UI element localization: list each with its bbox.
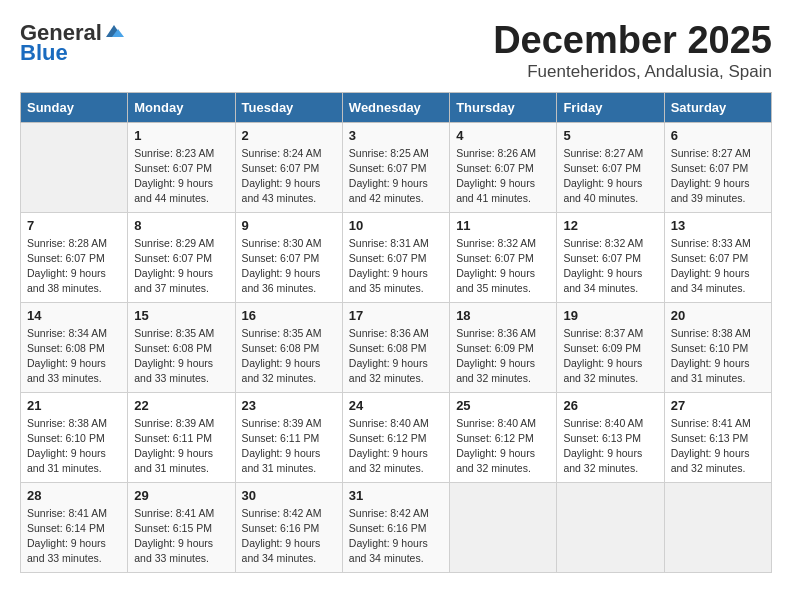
calendar-cell xyxy=(664,482,771,572)
day-sun-info: Sunrise: 8:34 AMSunset: 6:08 PMDaylight:… xyxy=(27,326,121,387)
calendar-week-row: 14Sunrise: 8:34 AMSunset: 6:08 PMDayligh… xyxy=(21,302,772,392)
day-sun-info: Sunrise: 8:30 AMSunset: 6:07 PMDaylight:… xyxy=(242,236,336,297)
day-sun-info: Sunrise: 8:25 AMSunset: 6:07 PMDaylight:… xyxy=(349,146,443,207)
day-sun-info: Sunrise: 8:42 AMSunset: 6:16 PMDaylight:… xyxy=(349,506,443,567)
calendar-cell xyxy=(557,482,664,572)
day-sun-info: Sunrise: 8:36 AMSunset: 6:09 PMDaylight:… xyxy=(456,326,550,387)
day-of-week-header: Saturday xyxy=(664,92,771,122)
calendar-cell: 20Sunrise: 8:38 AMSunset: 6:10 PMDayligh… xyxy=(664,302,771,392)
calendar-cell: 21Sunrise: 8:38 AMSunset: 6:10 PMDayligh… xyxy=(21,392,128,482)
day-sun-info: Sunrise: 8:29 AMSunset: 6:07 PMDaylight:… xyxy=(134,236,228,297)
header: General Blue December 2025 Fuenteheridos… xyxy=(20,20,772,82)
calendar-header-row: SundayMondayTuesdayWednesdayThursdayFrid… xyxy=(21,92,772,122)
day-number: 19 xyxy=(563,308,657,323)
title-area: December 2025 Fuenteheridos, Andalusia, … xyxy=(493,20,772,82)
day-of-week-header: Monday xyxy=(128,92,235,122)
calendar-cell: 12Sunrise: 8:32 AMSunset: 6:07 PMDayligh… xyxy=(557,212,664,302)
day-sun-info: Sunrise: 8:35 AMSunset: 6:08 PMDaylight:… xyxy=(134,326,228,387)
calendar-cell: 28Sunrise: 8:41 AMSunset: 6:14 PMDayligh… xyxy=(21,482,128,572)
calendar-cell xyxy=(21,122,128,212)
day-number: 27 xyxy=(671,398,765,413)
day-sun-info: Sunrise: 8:40 AMSunset: 6:12 PMDaylight:… xyxy=(456,416,550,477)
day-number: 11 xyxy=(456,218,550,233)
calendar-cell: 26Sunrise: 8:40 AMSunset: 6:13 PMDayligh… xyxy=(557,392,664,482)
calendar-cell: 13Sunrise: 8:33 AMSunset: 6:07 PMDayligh… xyxy=(664,212,771,302)
day-sun-info: Sunrise: 8:37 AMSunset: 6:09 PMDaylight:… xyxy=(563,326,657,387)
day-number: 6 xyxy=(671,128,765,143)
calendar-cell: 24Sunrise: 8:40 AMSunset: 6:12 PMDayligh… xyxy=(342,392,449,482)
day-number: 2 xyxy=(242,128,336,143)
day-sun-info: Sunrise: 8:38 AMSunset: 6:10 PMDaylight:… xyxy=(671,326,765,387)
day-of-week-header: Thursday xyxy=(450,92,557,122)
day-sun-info: Sunrise: 8:39 AMSunset: 6:11 PMDaylight:… xyxy=(134,416,228,477)
day-sun-info: Sunrise: 8:31 AMSunset: 6:07 PMDaylight:… xyxy=(349,236,443,297)
calendar-cell: 8Sunrise: 8:29 AMSunset: 6:07 PMDaylight… xyxy=(128,212,235,302)
calendar-cell: 9Sunrise: 8:30 AMSunset: 6:07 PMDaylight… xyxy=(235,212,342,302)
day-number: 1 xyxy=(134,128,228,143)
day-sun-info: Sunrise: 8:26 AMSunset: 6:07 PMDaylight:… xyxy=(456,146,550,207)
day-number: 17 xyxy=(349,308,443,323)
calendar-cell: 1Sunrise: 8:23 AMSunset: 6:07 PMDaylight… xyxy=(128,122,235,212)
day-of-week-header: Tuesday xyxy=(235,92,342,122)
day-sun-info: Sunrise: 8:41 AMSunset: 6:13 PMDaylight:… xyxy=(671,416,765,477)
day-number: 13 xyxy=(671,218,765,233)
day-number: 14 xyxy=(27,308,121,323)
day-sun-info: Sunrise: 8:32 AMSunset: 6:07 PMDaylight:… xyxy=(563,236,657,297)
calendar-cell: 11Sunrise: 8:32 AMSunset: 6:07 PMDayligh… xyxy=(450,212,557,302)
day-sun-info: Sunrise: 8:32 AMSunset: 6:07 PMDaylight:… xyxy=(456,236,550,297)
day-sun-info: Sunrise: 8:23 AMSunset: 6:07 PMDaylight:… xyxy=(134,146,228,207)
logo: General Blue xyxy=(20,20,124,66)
day-number: 18 xyxy=(456,308,550,323)
day-number: 5 xyxy=(563,128,657,143)
day-sun-info: Sunrise: 8:24 AMSunset: 6:07 PMDaylight:… xyxy=(242,146,336,207)
day-number: 4 xyxy=(456,128,550,143)
day-sun-info: Sunrise: 8:41 AMSunset: 6:15 PMDaylight:… xyxy=(134,506,228,567)
day-number: 3 xyxy=(349,128,443,143)
calendar-week-row: 28Sunrise: 8:41 AMSunset: 6:14 PMDayligh… xyxy=(21,482,772,572)
day-of-week-header: Friday xyxy=(557,92,664,122)
calendar-week-row: 21Sunrise: 8:38 AMSunset: 6:10 PMDayligh… xyxy=(21,392,772,482)
calendar-cell: 5Sunrise: 8:27 AMSunset: 6:07 PMDaylight… xyxy=(557,122,664,212)
calendar-cell: 15Sunrise: 8:35 AMSunset: 6:08 PMDayligh… xyxy=(128,302,235,392)
calendar-cell: 31Sunrise: 8:42 AMSunset: 6:16 PMDayligh… xyxy=(342,482,449,572)
calendar-cell: 2Sunrise: 8:24 AMSunset: 6:07 PMDaylight… xyxy=(235,122,342,212)
calendar-week-row: 7Sunrise: 8:28 AMSunset: 6:07 PMDaylight… xyxy=(21,212,772,302)
day-number: 16 xyxy=(242,308,336,323)
day-number: 7 xyxy=(27,218,121,233)
day-number: 22 xyxy=(134,398,228,413)
day-sun-info: Sunrise: 8:28 AMSunset: 6:07 PMDaylight:… xyxy=(27,236,121,297)
day-sun-info: Sunrise: 8:40 AMSunset: 6:12 PMDaylight:… xyxy=(349,416,443,477)
calendar-cell: 22Sunrise: 8:39 AMSunset: 6:11 PMDayligh… xyxy=(128,392,235,482)
logo-blue-text: Blue xyxy=(20,40,68,66)
calendar-cell: 19Sunrise: 8:37 AMSunset: 6:09 PMDayligh… xyxy=(557,302,664,392)
day-number: 9 xyxy=(242,218,336,233)
day-number: 12 xyxy=(563,218,657,233)
day-number: 8 xyxy=(134,218,228,233)
day-sun-info: Sunrise: 8:36 AMSunset: 6:08 PMDaylight:… xyxy=(349,326,443,387)
calendar-cell: 6Sunrise: 8:27 AMSunset: 6:07 PMDaylight… xyxy=(664,122,771,212)
day-number: 20 xyxy=(671,308,765,323)
calendar-cell: 17Sunrise: 8:36 AMSunset: 6:08 PMDayligh… xyxy=(342,302,449,392)
calendar-cell: 27Sunrise: 8:41 AMSunset: 6:13 PMDayligh… xyxy=(664,392,771,482)
day-sun-info: Sunrise: 8:39 AMSunset: 6:11 PMDaylight:… xyxy=(242,416,336,477)
day-sun-info: Sunrise: 8:35 AMSunset: 6:08 PMDaylight:… xyxy=(242,326,336,387)
day-sun-info: Sunrise: 8:41 AMSunset: 6:14 PMDaylight:… xyxy=(27,506,121,567)
day-number: 31 xyxy=(349,488,443,503)
day-number: 23 xyxy=(242,398,336,413)
calendar-cell: 23Sunrise: 8:39 AMSunset: 6:11 PMDayligh… xyxy=(235,392,342,482)
day-sun-info: Sunrise: 8:27 AMSunset: 6:07 PMDaylight:… xyxy=(563,146,657,207)
day-number: 21 xyxy=(27,398,121,413)
calendar-cell: 4Sunrise: 8:26 AMSunset: 6:07 PMDaylight… xyxy=(450,122,557,212)
calendar-cell: 3Sunrise: 8:25 AMSunset: 6:07 PMDaylight… xyxy=(342,122,449,212)
logo-icon xyxy=(104,23,124,39)
day-number: 26 xyxy=(563,398,657,413)
calendar-cell: 10Sunrise: 8:31 AMSunset: 6:07 PMDayligh… xyxy=(342,212,449,302)
day-number: 24 xyxy=(349,398,443,413)
day-sun-info: Sunrise: 8:38 AMSunset: 6:10 PMDaylight:… xyxy=(27,416,121,477)
day-sun-info: Sunrise: 8:42 AMSunset: 6:16 PMDaylight:… xyxy=(242,506,336,567)
day-number: 10 xyxy=(349,218,443,233)
calendar-cell xyxy=(450,482,557,572)
day-sun-info: Sunrise: 8:27 AMSunset: 6:07 PMDaylight:… xyxy=(671,146,765,207)
day-number: 25 xyxy=(456,398,550,413)
calendar-cell: 29Sunrise: 8:41 AMSunset: 6:15 PMDayligh… xyxy=(128,482,235,572)
